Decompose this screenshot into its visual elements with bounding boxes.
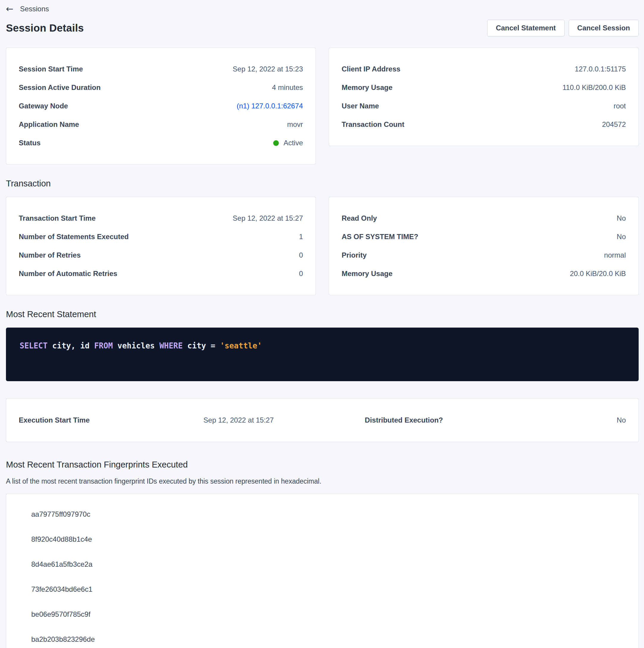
transaction-card-left: Transaction Start Time Sep 12, 2022 at 1… [6, 197, 316, 295]
distributed-execution-label: Distributed Execution? [365, 416, 443, 424]
status-label: Status [19, 139, 41, 147]
header-actions: Cancel Statement Cancel Session [487, 20, 639, 36]
statements-executed-row: Number of Statements Executed 1 [19, 227, 303, 246]
status-active-icon [273, 140, 279, 146]
gateway-node-label: Gateway Node [19, 102, 68, 110]
session-summary-section: Session Start Time Sep 12, 2022 at 15:23… [6, 48, 639, 164]
fingerprints-section-heading: Most Recent Transaction Fingerprints Exe… [6, 460, 639, 470]
session-active-duration-value: 4 minutes [272, 84, 303, 92]
priority-label: Priority [342, 251, 367, 259]
execution-card: Execution Start Time Sep 12, 2022 at 15:… [6, 398, 639, 442]
execution-start-time-value: Sep 12, 2022 at 15:27 [203, 416, 274, 424]
sql-keyword: WHERE [160, 341, 183, 350]
fingerprint-id: be06e9570f785c9f [19, 602, 626, 627]
transaction-section: Transaction Start Time Sep 12, 2022 at 1… [6, 197, 639, 295]
transaction-count-row: Transaction Count 204572 [342, 115, 626, 134]
sql-keyword: SELECT [20, 341, 48, 350]
gateway-node-row: Gateway Node (n1) 127.0.0.1:62674 [19, 97, 303, 115]
statement-section-heading: Most Recent Statement [6, 309, 639, 319]
statements-executed-label: Number of Statements Executed [19, 232, 128, 241]
sql-keyword: FROM [94, 341, 113, 350]
session-memory-usage-label: Memory Usage [342, 84, 393, 92]
session-memory-usage-value: 110.0 KiB/200.0 KiB [563, 84, 626, 92]
execution-start-time-row: Execution Start Time Sep 12, 2022 at 15:… [19, 416, 274, 424]
back-arrow-icon[interactable]: ← [6, 4, 13, 13]
application-name-row: Application Name movr [19, 115, 303, 134]
breadcrumb: ← Sessions [6, 3, 639, 15]
application-name-value: movr [287, 120, 303, 129]
client-ip-row: Client IP Address 127.0.0.1:51175 [342, 60, 626, 78]
automatic-retries-value: 0 [299, 270, 303, 278]
automatic-retries-label: Number of Automatic Retries [19, 270, 117, 278]
client-ip-label: Client IP Address [342, 65, 400, 73]
transaction-card-right: Read Only No AS OF SYSTEM TIME? No Prior… [329, 197, 639, 295]
breadcrumb-sessions-link[interactable]: Sessions [20, 5, 49, 13]
user-name-value: root [613, 102, 626, 110]
status-row: Status Active [19, 134, 303, 152]
transaction-start-time-label: Transaction Start Time [19, 214, 96, 222]
transaction-start-time-row: Transaction Start Time Sep 12, 2022 at 1… [19, 209, 303, 227]
transaction-memory-usage-row: Memory Usage 20.0 KiB/20.0 KiB [342, 264, 626, 283]
distributed-execution-row: Distributed Execution? No [274, 416, 626, 424]
client-ip-value: 127.0.0.1:51175 [575, 65, 626, 73]
session-start-time-row: Session Start Time Sep 12, 2022 at 15:23 [19, 60, 303, 78]
read-only-value: No [617, 214, 626, 222]
as-of-system-time-label: AS OF SYSTEM TIME? [342, 232, 418, 241]
session-memory-usage-row: Memory Usage 110.0 KiB/200.0 KiB [342, 78, 626, 97]
session-summary-card-left: Session Start Time Sep 12, 2022 at 15:23… [6, 48, 316, 164]
session-details-page: ← Sessions Session Details Cancel Statem… [0, 0, 644, 648]
session-active-duration-row: Session Active Duration 4 minutes [19, 78, 303, 97]
as-of-system-time-value: No [617, 232, 626, 241]
fingerprint-id: 8f920c40d88b1c4e [19, 527, 626, 552]
sql-statement-box: SELECT city, id FROM vehicles WHERE city… [6, 328, 639, 381]
session-start-time-label: Session Start Time [19, 65, 83, 73]
retries-value: 0 [299, 251, 303, 259]
priority-value: normal [604, 251, 626, 259]
session-start-time-value: Sep 12, 2022 at 15:23 [233, 65, 303, 73]
transaction-section-heading: Transaction [6, 179, 639, 188]
retries-label: Number of Retries [19, 251, 81, 259]
retries-row: Number of Retries 0 [19, 246, 303, 264]
cancel-statement-button[interactable]: Cancel Statement [487, 20, 564, 36]
fingerprint-id: 8d4ae61a5fb3ce2a [19, 552, 626, 577]
sql-text: city = [183, 341, 220, 350]
fingerprints-card: aa79775ff097970c 8f920c40d88b1c4e 8d4ae6… [6, 494, 639, 648]
fingerprints-description: A list of the most recent transaction fi… [6, 477, 639, 485]
transaction-start-time-value: Sep 12, 2022 at 15:27 [233, 214, 303, 222]
execution-start-time-label: Execution Start Time [19, 416, 90, 424]
sql-string-literal: 'seattle' [220, 341, 262, 350]
status-value: Active [284, 139, 303, 147]
transaction-memory-usage-value: 20.0 KiB/20.0 KiB [570, 270, 626, 278]
fingerprint-id: ba2b203b823296de [19, 627, 626, 648]
user-name-row: User Name root [342, 97, 626, 115]
session-active-duration-label: Session Active Duration [19, 84, 101, 92]
read-only-row: Read Only No [342, 209, 626, 227]
automatic-retries-row: Number of Automatic Retries 0 [19, 264, 303, 283]
transaction-memory-usage-label: Memory Usage [342, 270, 393, 278]
user-name-label: User Name [342, 102, 379, 110]
sql-text: vehicles [113, 341, 160, 350]
as-of-system-time-row: AS OF SYSTEM TIME? No [342, 227, 626, 246]
gateway-node-link[interactable]: (n1) 127.0.0.1:62674 [237, 102, 303, 110]
priority-row: Priority normal [342, 246, 626, 264]
fingerprint-id: 73fe26034bd6e6c1 [19, 577, 626, 602]
statements-executed-value: 1 [299, 232, 303, 241]
page-title: Session Details [6, 22, 84, 34]
distributed-execution-value: No [617, 416, 626, 424]
read-only-label: Read Only [342, 214, 377, 222]
sql-text: city, id [48, 341, 94, 350]
fingerprint-id: aa79775ff097970c [19, 502, 626, 527]
session-summary-card-right: Client IP Address 127.0.0.1:51175 Memory… [329, 48, 639, 146]
status-badge: Active [273, 139, 303, 147]
application-name-label: Application Name [19, 120, 79, 129]
transaction-count-label: Transaction Count [342, 120, 404, 129]
transaction-count-value: 204572 [602, 120, 626, 129]
page-header: Session Details Cancel Statement Cancel … [6, 20, 639, 36]
cancel-session-button[interactable]: Cancel Session [569, 20, 639, 36]
